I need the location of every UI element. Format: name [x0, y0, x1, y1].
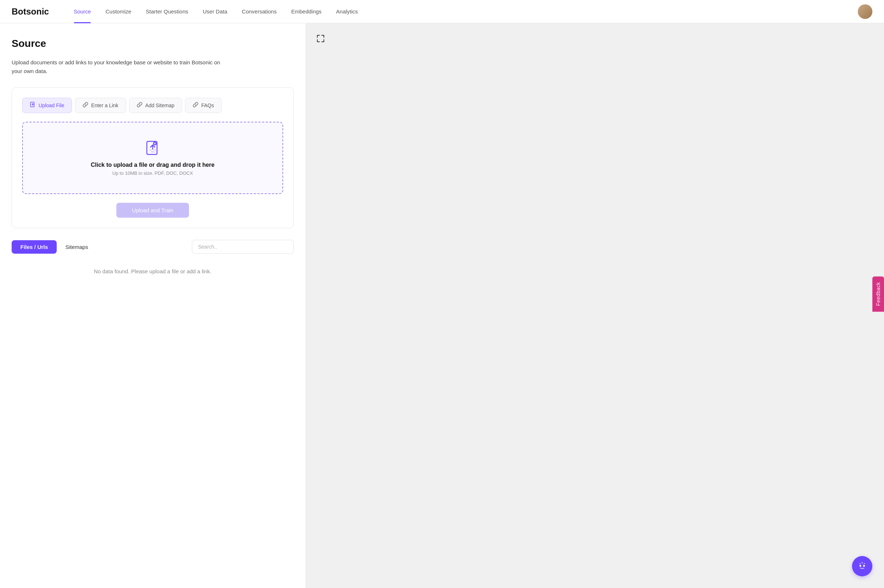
section-tabs: Files / Urls Sitemaps [12, 240, 294, 254]
expand-button[interactable] [314, 32, 327, 45]
tab-faqs-label: FAQs [201, 102, 214, 108]
feedback-tab[interactable]: Feedback [872, 276, 884, 312]
svg-point-4 [860, 565, 861, 567]
upload-card: Upload File Enter a Link [12, 87, 294, 228]
tab-faqs[interactable]: FAQs [185, 98, 222, 113]
tab-add-sitemap-label: Add Sitemap [146, 102, 174, 108]
tab-files-urls[interactable]: Files / Urls [12, 240, 57, 254]
sitemap-icon [137, 102, 143, 109]
page-description: Upload documents or add links to your kn… [12, 58, 230, 76]
tab-add-sitemap[interactable]: Add Sitemap [129, 98, 182, 113]
nav: Source Customize Starter Questions User … [66, 0, 858, 23]
svg-point-5 [863, 565, 865, 567]
chat-bot-button[interactable] [852, 556, 872, 576]
upload-tabs: Upload File Enter a Link [22, 98, 283, 113]
layout: Source Upload documents or add links to … [0, 23, 884, 588]
drop-zone-subtitle: Up to 10MB in size. PDF, DOC, DOCX [35, 171, 271, 176]
logo: Botsonic [12, 6, 49, 17]
tab-enter-link-label: Enter a Link [91, 102, 119, 108]
tab-upload-file-label: Upload File [39, 102, 65, 108]
nav-item-customize[interactable]: Customize [98, 0, 138, 23]
right-panel [305, 23, 884, 588]
drop-zone[interactable]: Click to upload a file or drag and drop … [22, 122, 283, 194]
search-input[interactable] [192, 240, 294, 254]
header: Botsonic Source Customize Starter Questi… [0, 0, 884, 23]
nav-item-source[interactable]: Source [66, 0, 99, 23]
tab-upload-file[interactable]: Upload File [22, 98, 72, 113]
faqs-icon [193, 102, 198, 109]
nav-item-starter-questions[interactable]: Starter Questions [138, 0, 195, 23]
drop-zone-title: Click to upload a file or drag and drop … [35, 162, 271, 168]
page-title: Source [12, 38, 294, 50]
nav-item-embeddings[interactable]: Embeddings [284, 0, 329, 23]
nav-item-user-data[interactable]: User Data [195, 0, 235, 23]
no-data-message: No data found. Please upload a file or a… [12, 268, 294, 274]
link-icon [83, 102, 89, 109]
search-container [192, 240, 294, 254]
upload-train-button[interactable]: Upload and Train [116, 203, 189, 218]
upload-file-icon [30, 102, 36, 109]
avatar[interactable] [858, 4, 872, 19]
file-upload-icon [144, 140, 161, 158]
tab-enter-link[interactable]: Enter a Link [75, 98, 126, 113]
bottom-section: Files / Urls Sitemaps No data found. Ple… [12, 240, 294, 274]
nav-item-analytics[interactable]: Analytics [329, 0, 365, 23]
expand-icon [316, 34, 325, 43]
main-content: Source Upload documents or add links to … [0, 23, 305, 588]
nav-item-conversations[interactable]: Conversations [234, 0, 284, 23]
avatar-image [858, 4, 872, 19]
chat-bot-icon [857, 561, 867, 572]
tab-sitemaps[interactable]: Sitemaps [57, 240, 97, 254]
